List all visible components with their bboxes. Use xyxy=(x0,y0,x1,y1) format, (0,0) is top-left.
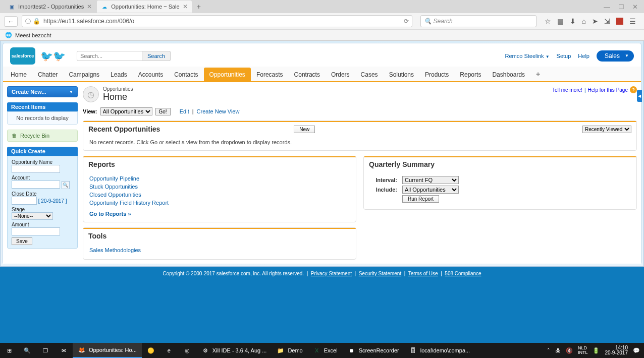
app-switcher[interactable]: Sales xyxy=(597,50,634,62)
tray-chevron-icon[interactable]: ˄ xyxy=(547,347,550,354)
bookmark-item[interactable]: Meest bezocht xyxy=(15,32,51,38)
addon-icon[interactable] xyxy=(616,18,623,25)
tab-close-0-icon[interactable]: ✕ xyxy=(87,3,92,10)
taskbar-outlook[interactable]: ✉ xyxy=(55,343,73,358)
taskbar-firefox[interactable]: 🦊Opportunities: Ho... xyxy=(73,343,142,358)
qc-save-button[interactable]: Save xyxy=(12,237,32,245)
tab-dashboards[interactable]: Dashboards xyxy=(487,68,530,81)
include-select[interactable]: All Opportunities xyxy=(402,186,459,194)
share-icon[interactable]: ⇲ xyxy=(604,17,610,25)
taskbar-search[interactable]: 🔍 xyxy=(18,343,36,358)
hamburger-icon[interactable]: ☰ xyxy=(629,17,636,25)
create-view-link[interactable]: Create New View xyxy=(197,108,240,114)
tell-me-more-link[interactable]: Tell me more! xyxy=(552,87,582,93)
qc-stage-select[interactable]: --None-- xyxy=(12,212,53,220)
tray-network-icon[interactable]: 🖧 xyxy=(555,347,561,353)
window-maximize-icon[interactable]: ☐ xyxy=(618,3,624,11)
taskbar-db[interactable]: 🗄local\demo\compa... xyxy=(404,343,475,358)
home-icon[interactable]: ⌂ xyxy=(582,17,586,25)
report-link-pipeline[interactable]: Opportunity Pipeline xyxy=(89,174,350,183)
task-view[interactable]: ❐ xyxy=(36,343,55,358)
report-link-stuck[interactable]: Stuck Opportunities xyxy=(89,183,350,191)
qc-closedate-today-link[interactable]: [ 20-9-2017 ] xyxy=(38,198,67,203)
new-tab-button[interactable]: + xyxy=(193,2,205,12)
interval-select[interactable]: Current FQ xyxy=(402,176,459,184)
footer-link-508[interactable]: 508 Compliance xyxy=(445,271,481,276)
tray-clock[interactable]: 14:10 20-9-2017 xyxy=(605,345,628,355)
taskbar-obs[interactable]: ◎ xyxy=(178,343,196,358)
tab-forecasts[interactable]: Forecasts xyxy=(251,68,289,81)
tray-battery-icon[interactable]: 🔋 xyxy=(593,347,600,354)
url-text[interactable]: https://eu11.salesforce.com/006/o xyxy=(43,18,401,25)
refresh-icon[interactable]: ⟳ xyxy=(404,18,409,25)
tab-solutions[interactable]: Solutions xyxy=(384,68,419,81)
user-menu[interactable]: Remco Steelink ▼ xyxy=(505,53,550,59)
taskbar-explorer[interactable]: 📁Demo xyxy=(272,343,307,358)
footer-link-privacy[interactable]: Privacy Statement xyxy=(311,271,352,276)
tray-lang[interactable]: NLD INTL xyxy=(578,346,588,355)
global-search-button[interactable]: Search xyxy=(142,51,171,61)
window-minimize-icon[interactable]: — xyxy=(604,3,610,11)
edit-view-link[interactable]: Edit xyxy=(180,108,189,114)
footer-link-terms[interactable]: Terms of Use xyxy=(408,271,438,276)
help-icon[interactable]: ? xyxy=(630,86,637,93)
qc-oppname-input[interactable] xyxy=(12,165,60,173)
view-select[interactable]: All Opportunities xyxy=(100,107,152,115)
salesforce-logo[interactable]: salesforce xyxy=(10,47,35,65)
tab-home[interactable]: Home xyxy=(5,68,32,81)
browser-tab-1[interactable]: ☁ Opportunities: Home ~ Sale ✕ xyxy=(97,1,191,13)
browser-search-field[interactable]: 🔍 Search xyxy=(420,15,536,27)
taskbar-edge[interactable]: e xyxy=(160,343,178,358)
window-close-icon[interactable]: ✕ xyxy=(632,3,638,11)
tab-leads[interactable]: Leads xyxy=(105,68,133,81)
footer-link-security[interactable]: Security Statement xyxy=(359,271,401,276)
tab-cases[interactable]: Cases xyxy=(355,68,384,81)
clipboard-icon[interactable]: ▤ xyxy=(557,17,564,25)
tab-campaigns[interactable]: Campaigns xyxy=(63,68,105,81)
tab-products[interactable]: Products xyxy=(419,68,454,81)
report-link-history[interactable]: Opportunity Field History Report xyxy=(89,199,350,207)
tab-reports[interactable]: Reports xyxy=(454,68,487,81)
downloads-icon[interactable]: ⬇ xyxy=(570,17,576,25)
qc-account-input[interactable] xyxy=(12,181,60,189)
tab-accounts[interactable]: Accounts xyxy=(133,68,169,81)
taskbar-excel[interactable]: XExcel xyxy=(308,343,343,358)
tab-opportunities[interactable]: Opportunities xyxy=(204,68,251,81)
new-opportunity-button[interactable]: New xyxy=(294,126,315,133)
record-icon: ⏺ xyxy=(348,346,356,354)
report-link-closed[interactable]: Closed Opportunities xyxy=(89,191,350,199)
url-field-wrap[interactable]: ⓘ 🔒 https://eu11.salesforce.com/006/o ⟳ xyxy=(22,15,412,27)
recent-opps-filter-select[interactable]: Recently Viewed xyxy=(582,126,631,133)
tab-close-1-icon[interactable]: ✕ xyxy=(183,3,188,10)
qc-amount-input[interactable] xyxy=(12,227,60,235)
setup-link[interactable]: Setup xyxy=(557,53,571,59)
tab-orders[interactable]: Orders xyxy=(326,68,355,81)
tray-volume-icon[interactable]: 🔇 xyxy=(566,347,573,354)
tab-contracts[interactable]: Contracts xyxy=(289,68,326,81)
taskbar-chrome[interactable]: 🟡 xyxy=(142,343,160,358)
action-center-icon[interactable]: 💬 xyxy=(633,347,640,354)
start-button[interactable]: ⊞ xyxy=(0,343,18,358)
back-button[interactable]: ← xyxy=(4,16,18,27)
taskbar-screenrecorder[interactable]: ⏺ScreenRecorder xyxy=(343,343,404,358)
taskbar-xill[interactable]: ⚙Xill IDE - 3.6.4, Aug ... xyxy=(196,343,272,358)
tab-add-icon[interactable]: + xyxy=(530,67,546,81)
collapse-sidebar-icon[interactable]: ◀ xyxy=(637,90,642,102)
recycle-bin-link[interactable]: 🗑 Recycle Bin xyxy=(7,130,78,142)
lookup-icon[interactable]: 🔍 xyxy=(62,181,70,189)
tab-chatter[interactable]: Chatter xyxy=(32,68,63,81)
help-page-link[interactable]: Help for this Page xyxy=(588,87,628,93)
qc-closedate-input[interactable] xyxy=(12,197,37,205)
tab-contacts[interactable]: Contacts xyxy=(169,68,203,81)
browser-tab-0[interactable]: ▣ Importtest2 - Opportunities ✕ xyxy=(4,1,96,13)
create-new-button[interactable]: Create New... ▼ xyxy=(7,86,78,97)
run-report-button[interactable]: Run Report xyxy=(402,195,439,203)
tray-date: 20-9-2017 xyxy=(605,350,628,355)
tool-link-methodologies[interactable]: Sales Methodologies xyxy=(89,246,350,254)
global-search-input[interactable] xyxy=(77,51,142,61)
bookmark-star-icon[interactable]: ☆ xyxy=(545,17,551,25)
go-to-reports-link[interactable]: Go to Reports » xyxy=(89,210,131,218)
go-button[interactable]: Go! xyxy=(155,108,171,115)
send-icon[interactable]: ➤ xyxy=(592,17,598,25)
help-link[interactable]: Help xyxy=(578,53,589,59)
